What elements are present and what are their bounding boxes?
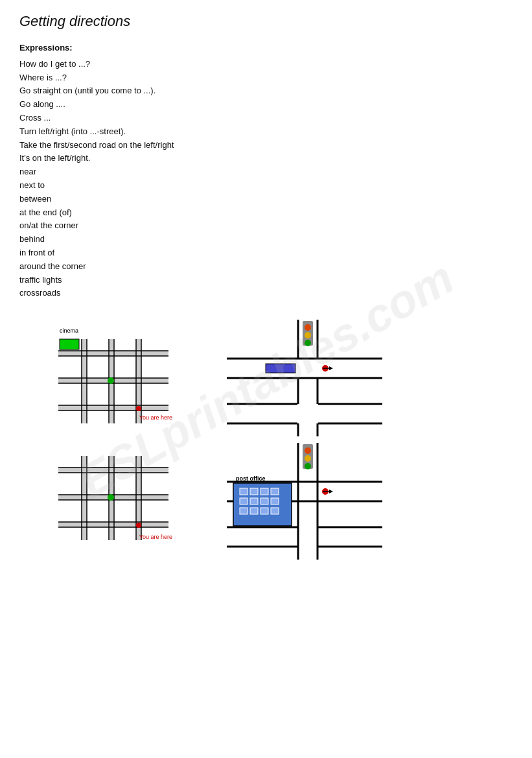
- expression-item: crossroads: [19, 287, 513, 300]
- svg-rect-18: [60, 339, 79, 349]
- svg-point-85: [305, 463, 311, 469]
- expression-item: behind: [19, 233, 513, 246]
- expressions-heading: Expressions:: [19, 41, 513, 55]
- right-diagrams: post office: [227, 320, 382, 560]
- svg-marker-88: [329, 490, 333, 493]
- expression-item: at the end (of): [19, 206, 513, 220]
- svg-rect-73: [240, 498, 248, 504]
- svg-rect-74: [250, 498, 258, 504]
- expression-item: Cross ...: [19, 112, 513, 125]
- svg-rect-52: [266, 364, 295, 373]
- diagrams-section: cinema You are here: [19, 320, 513, 560]
- svg-rect-75: [260, 498, 268, 504]
- svg-rect-79: [260, 508, 268, 514]
- svg-rect-71: [260, 488, 268, 495]
- svg-rect-77: [240, 508, 248, 514]
- left-diagrams: cinema You are here: [19, 320, 175, 560]
- expression-item: next to: [19, 179, 513, 193]
- intersection-diagram-1: [227, 320, 382, 436]
- expression-item: in front of: [19, 246, 513, 260]
- svg-text:post office: post office: [236, 475, 266, 482]
- expression-item: Where is ...?: [19, 71, 513, 85]
- svg-rect-78: [250, 508, 258, 514]
- expression-item: Turn left/right (into ...-street).: [19, 125, 513, 139]
- expressions-list: How do I get to ...?Where is ...?Go stra…: [19, 58, 513, 300]
- you-are-here-label-2: You are here: [139, 534, 172, 540]
- svg-rect-69: [240, 488, 248, 495]
- expression-item: near: [19, 165, 513, 179]
- map-diagram-1: cinema You are here: [19, 320, 175, 430]
- expression-item: Go straight on (until you come to ...).: [19, 84, 513, 98]
- expression-item: between: [19, 193, 513, 206]
- expression-item: Take the first/second road on the left/r…: [19, 139, 513, 152]
- expressions-section: Expressions: How do I get to ...?Where i…: [19, 41, 513, 300]
- expression-item: Go along ....: [19, 98, 513, 112]
- svg-point-56: [305, 340, 311, 346]
- svg-rect-80: [271, 508, 279, 514]
- map-svg-2: [19, 436, 175, 547]
- svg-rect-44: [227, 359, 382, 378]
- svg-point-19: [108, 377, 114, 384]
- expression-item: on/at the corner: [19, 219, 513, 233]
- expression-item: It's on the left/right.: [19, 152, 513, 165]
- svg-rect-76: [271, 498, 279, 504]
- svg-point-20: [136, 406, 141, 411]
- map-svg-1: [19, 320, 175, 430]
- expression-item: traffic lights: [19, 274, 513, 287]
- you-are-here-label-1: You are here: [139, 414, 172, 421]
- svg-rect-72: [271, 488, 279, 495]
- svg-point-40: [136, 523, 141, 528]
- svg-point-55: [305, 332, 311, 338]
- svg-rect-47: [227, 404, 382, 423]
- expression-item: around the corner: [19, 260, 513, 274]
- svg-rect-70: [250, 488, 258, 495]
- intersection-svg-2: post office: [227, 443, 382, 560]
- intersection-svg-1: [227, 320, 382, 436]
- map-diagram-2: You are here: [19, 436, 175, 547]
- svg-point-54: [305, 324, 311, 331]
- page-title: Getting directions: [19, 13, 513, 30]
- expression-item: How do I get to ...?: [19, 58, 513, 71]
- intersection-diagram-2: post office: [227, 443, 382, 560]
- svg-point-39: [108, 494, 114, 501]
- svg-point-84: [305, 455, 311, 462]
- cinema-label: cinema: [60, 327, 78, 334]
- svg-point-83: [305, 447, 311, 454]
